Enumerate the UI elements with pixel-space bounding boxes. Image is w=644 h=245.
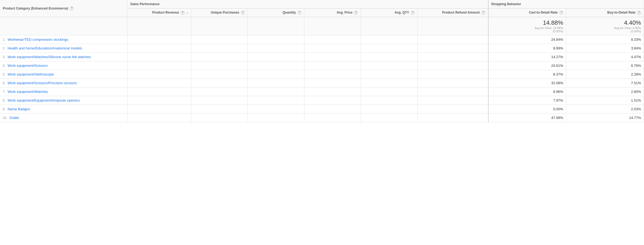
row-col-quantity-cell bbox=[248, 44, 304, 52]
row-col-quantity-cell bbox=[248, 78, 304, 87]
row-col-unique-cell bbox=[191, 87, 248, 96]
buy-to-detail-cell: 4.47% bbox=[566, 52, 644, 61]
category-link[interactable]: Name Badges bbox=[8, 107, 30, 111]
category-cell: 7.Work equipment/Watches bbox=[0, 87, 127, 96]
buy-to-detail-cell: 2.28% bbox=[566, 70, 644, 78]
cart-to-detail-cell: 24.84% bbox=[488, 35, 566, 44]
table-row: 1.Workwear/TED compression stockings24.8… bbox=[0, 35, 644, 44]
cart-to-detail-cell: 8.37% bbox=[488, 70, 566, 78]
table-row: 5.Work equipment/Stethoscope8.37%2.28% bbox=[0, 70, 644, 78]
avg-cart-detail-cell: 14.88% Avg for View: 14.88% (0.00%) bbox=[488, 17, 566, 35]
row-col-avg-price-cell bbox=[304, 70, 361, 78]
buy-to-detail-cell: 3.84% bbox=[566, 44, 644, 52]
cart-to-detail-cell: 47.99% bbox=[488, 113, 566, 122]
category-cell: 1.Workwear/TED compression stockings bbox=[0, 35, 127, 44]
category-link[interactable]: Work equipment/Scissors bbox=[8, 64, 48, 68]
row-col-quantity-cell bbox=[248, 52, 304, 61]
cart-to-detail-col-header: Cart-to-Detail Rate ? bbox=[488, 8, 566, 17]
avg-price-help-icon[interactable]: ? bbox=[354, 11, 358, 15]
row-col-revenue-cell bbox=[127, 105, 191, 113]
row-col-unique-cell bbox=[191, 78, 248, 87]
row-col-refund-cell bbox=[417, 113, 488, 122]
row-col-revenue-cell bbox=[127, 61, 191, 70]
row-col-avg-qty-cell bbox=[361, 35, 417, 44]
row-number: 9. bbox=[3, 107, 5, 111]
category-link[interactable]: Work equipment/Stethoscope bbox=[8, 72, 54, 76]
row-col-avg-qty-cell bbox=[361, 105, 417, 113]
cart-to-detail-cell: 8.99% bbox=[488, 44, 566, 52]
row-col-avg-price-cell bbox=[304, 87, 361, 96]
row-col-unique-cell bbox=[191, 61, 248, 70]
row-col-revenue-cell bbox=[127, 52, 191, 61]
row-number: 4. bbox=[3, 64, 5, 68]
cart-to-detail-cell: 14.27% bbox=[488, 52, 566, 61]
row-col-refund-cell bbox=[417, 105, 488, 113]
category-help-icon[interactable]: ? bbox=[70, 7, 74, 10]
row-col-revenue-cell bbox=[127, 35, 191, 44]
row-col-refund-cell bbox=[417, 78, 488, 87]
category-link[interactable]: Workwear/TED compression stockings bbox=[8, 37, 68, 42]
row-col-quantity-cell bbox=[248, 96, 304, 105]
table-row: 6.Work equipment/Scissors/Precision sics… bbox=[0, 78, 644, 87]
row-col-unique-cell bbox=[191, 52, 248, 61]
avg-unique-cell bbox=[191, 17, 248, 35]
avg-buy-detail-cell: 4.40% Avg for View: 4.40% (0.00%) bbox=[566, 17, 644, 35]
category-cell: 10.Outlet bbox=[0, 113, 127, 122]
quantity-help-icon[interactable]: ? bbox=[298, 11, 301, 15]
category-link[interactable]: Work equipment/Equipment/Ampoule openers bbox=[8, 98, 80, 102]
row-col-quantity-cell bbox=[248, 35, 304, 44]
category-link[interactable]: Work equipment/Watches bbox=[8, 90, 48, 94]
buy-to-detail-help-icon[interactable]: ? bbox=[637, 11, 641, 15]
row-col-unique-cell bbox=[191, 44, 248, 52]
row-col-avg-qty-cell bbox=[361, 96, 417, 105]
row-col-revenue-cell bbox=[127, 87, 191, 96]
buy-detail-avg-big: 4.40% bbox=[569, 19, 641, 26]
buy-to-detail-cell: 6.76% bbox=[566, 61, 644, 70]
category-link[interactable]: Work equipment/Watches/Silicone nurse fo… bbox=[8, 55, 91, 59]
category-cell: 3.Work equipment/Watches/Silicone nurse … bbox=[0, 52, 127, 61]
row-col-unique-cell bbox=[191, 113, 248, 122]
cart-to-detail-cell: 8.96% bbox=[488, 87, 566, 96]
category-cell: 4.Work equipment/Scissors bbox=[0, 61, 127, 70]
sort-icon[interactable]: ↓ bbox=[187, 11, 188, 15]
row-col-unique-cell bbox=[191, 96, 248, 105]
product-revenue-help-icon[interactable]: ? bbox=[181, 11, 185, 15]
category-link[interactable]: Outlet bbox=[10, 116, 19, 120]
row-col-avg-price-cell bbox=[304, 35, 361, 44]
cart-to-detail-cell: 24.61% bbox=[488, 61, 566, 70]
table-row: 2.Health and home/Education/Anatomical m… bbox=[0, 44, 644, 52]
avg-price-cell bbox=[304, 17, 361, 35]
row-col-avg-price-cell bbox=[304, 113, 361, 122]
row-col-refund-cell bbox=[417, 96, 488, 105]
cart-detail-avg-sub: Avg for View: 14.88% (0.00%) bbox=[491, 26, 563, 33]
category-cell: 8.Work equipment/Equipment/Ampoule opene… bbox=[0, 96, 127, 105]
cart-to-detail-help-icon[interactable]: ? bbox=[559, 11, 563, 15]
sales-performance-header: Sales Performance bbox=[127, 0, 488, 8]
avg-quantity-cell bbox=[248, 17, 304, 35]
sales-performance-label: Sales Performance bbox=[130, 2, 160, 7]
product-refund-help-icon[interactable]: ? bbox=[482, 11, 485, 15]
row-number: 5. bbox=[3, 73, 5, 76]
row-col-avg-price-cell bbox=[304, 61, 361, 70]
buy-to-detail-cell: 1.51% bbox=[566, 96, 644, 105]
cart-to-detail-cell: 7.97% bbox=[488, 96, 566, 105]
category-cell: 5.Work equipment/Stethoscope bbox=[0, 70, 127, 78]
row-col-avg-price-cell bbox=[304, 105, 361, 113]
buy-to-detail-cell: 14.77% bbox=[566, 113, 644, 122]
buy-to-detail-cell: 2.03% bbox=[566, 105, 644, 113]
avg-revenue-cell bbox=[127, 17, 191, 35]
cart-to-detail-cell: 32.08% bbox=[488, 78, 566, 87]
buy-to-detail-col-header: Buy-to-Detail Rate ? bbox=[566, 8, 644, 17]
avg-qty-help-icon[interactable]: ? bbox=[411, 11, 415, 15]
row-col-quantity-cell bbox=[248, 70, 304, 78]
row-number: 3. bbox=[3, 55, 5, 59]
unique-purchases-help-icon[interactable]: ? bbox=[241, 11, 245, 15]
row-col-avg-qty-cell bbox=[361, 70, 417, 78]
category-cell: 6.Work equipment/Scissors/Precision sics… bbox=[0, 78, 127, 87]
row-col-refund-cell bbox=[417, 87, 488, 96]
category-cell: 9.Name Badges bbox=[0, 105, 127, 113]
category-link[interactable]: Work equipment/Scissors/Precision sicsso… bbox=[8, 81, 77, 85]
row-col-avg-price-cell bbox=[304, 96, 361, 105]
category-link[interactable]: Health and home/Education/Anatomical mod… bbox=[8, 46, 82, 50]
row-col-unique-cell bbox=[191, 35, 248, 44]
